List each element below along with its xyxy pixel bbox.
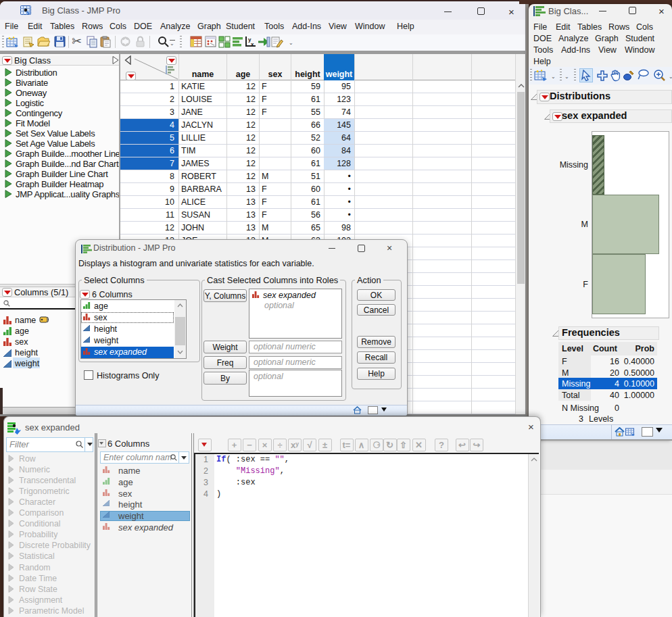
svg-text:x: x (251, 41, 254, 47)
